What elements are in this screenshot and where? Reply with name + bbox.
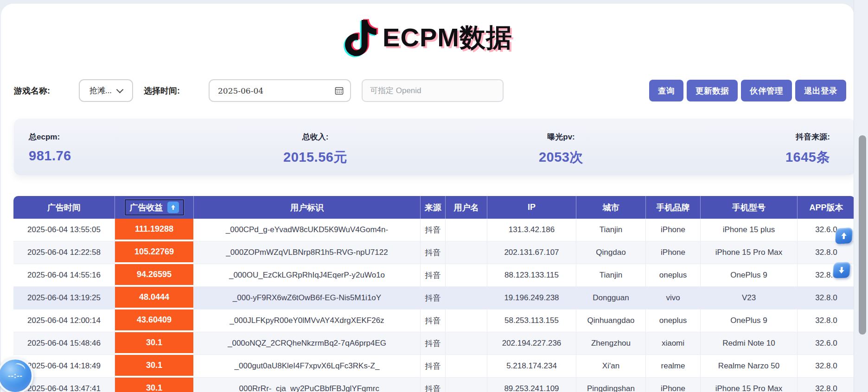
table-header-2: 用户标识 (194, 196, 421, 219)
table-cell: Dongguan (576, 287, 646, 309)
table-cell: _000gut0aU8KleI4F7xpvX6LqFc3RKs-Z_ (194, 355, 421, 377)
stat-label: 抖音来源: (785, 132, 830, 142)
table-cell: 抖音 (421, 332, 446, 354)
table-cell: 19.196.249.238 (487, 287, 576, 309)
game-name-label: 游戏名称: (14, 80, 50, 102)
table-cell: 2025-06-04 13:55:05 (13, 219, 115, 241)
table-row[interactable]: 2025-06-04 13:55:05111.19288_000CPd_g-eY… (13, 219, 855, 241)
table-cell: 32.8.0 (798, 355, 855, 377)
openid-input[interactable] (362, 79, 504, 102)
table-header-0: 广告时间 (13, 196, 115, 219)
partner-manage-button[interactable]: 伙伴管理 (741, 80, 792, 101)
ecpm-table: 广告时间广告收益用户标识来源用户名IP城市手机品牌手机型号APP版本 2025-… (13, 196, 855, 392)
scrollbar-track[interactable] (854, 0, 868, 392)
table-row[interactable]: 2025-06-04 14:18:4930.1_000gut0aU8KleI4F… (13, 355, 855, 378)
revenue-cell: 30.1 (115, 378, 194, 392)
stat-value: 2015.56元 (232, 148, 399, 167)
table-cell: 131.3.42.186 (487, 219, 576, 241)
floating-timer-widget[interactable]: --:-- (0, 358, 33, 392)
table-row[interactable]: 2025-06-04 13:47:4130.1_000RrRr-_cja_wy2… (13, 378, 855, 392)
date-picker-input[interactable]: 2025-06-04 (209, 79, 351, 102)
table-cell (446, 355, 487, 377)
stat-label: 曝光pv: (491, 132, 631, 142)
column-label: 广告收益 (130, 202, 163, 213)
logout-button[interactable]: 退出登录 (795, 80, 846, 101)
toolbar: 查询 更新数据 伙伴管理 退出登录 (649, 80, 846, 101)
table-cell (446, 264, 487, 286)
table-cell: 2025-06-04 15:48:46 (13, 332, 115, 354)
table-cell: iPhone 15 Pro Max (701, 378, 798, 392)
revenue-cell: 94.26595 (115, 264, 194, 286)
select-time-label: 选择时间: (144, 80, 180, 102)
table-cell (446, 378, 487, 392)
revenue-cell: 105.22769 (115, 241, 194, 264)
chevron-down-icon (116, 86, 124, 93)
table-cell: realme (646, 355, 701, 377)
sort-up-arrow-icon[interactable] (167, 202, 179, 213)
scroll-down-button[interactable] (833, 262, 850, 278)
table-cell: Realme Narzo 50 (701, 355, 798, 377)
table-cell: _000-yF9RX6wZ6tOwB6f-EG-Nis5M1i1oY (194, 287, 421, 309)
refresh-data-button[interactable]: 更新数据 (687, 80, 738, 101)
table-cell (446, 310, 487, 332)
table-cell: 抖音 (421, 310, 446, 332)
table-header-1[interactable]: 广告收益 (115, 196, 194, 219)
game-select[interactable]: 抢滩... (79, 79, 133, 102)
table-cell: iPhone (646, 378, 701, 392)
table-cell: 32.8.0 (798, 378, 855, 392)
table-row[interactable]: 2025-06-04 14:55:1694.26595_000OU_EzCkLG… (13, 264, 855, 287)
table-cell: _000JLFKpyR00eY0lMVvAY4XdrgXEKF26z (194, 310, 421, 332)
stat-value: 981.76 (29, 148, 71, 164)
table-header-5: IP (487, 196, 576, 219)
timer-text: --:-- (8, 372, 23, 380)
calendar-icon (335, 86, 344, 95)
query-button[interactable]: 查询 (649, 80, 683, 101)
table-cell: 2025-06-04 13:19:25 (13, 287, 115, 309)
table-cell: Tianjin (576, 264, 646, 286)
table-header-8: 手机型号 (701, 196, 798, 219)
table-cell: xiaomi (646, 332, 701, 354)
stat-value: 2053次 (491, 148, 631, 167)
table-cell: OnePlus 9 (701, 264, 798, 286)
scrollbar-thumb[interactable] (859, 135, 866, 335)
table-cell: 58.253.113.155 (487, 310, 576, 332)
table-row[interactable]: 2025-06-04 15:48:4630.1_000oNQZ_2CRQheNk… (13, 332, 855, 355)
table-cell: 89.253.241.109 (487, 378, 576, 392)
table-cell: Redmi Note 10 (701, 332, 798, 354)
table-row[interactable]: 2025-06-04 12:00:1443.60409_000JLFKpyR00… (13, 310, 855, 332)
table-cell: 202.131.67.107 (487, 241, 576, 264)
table-cell: oneplus (646, 310, 701, 332)
revenue-cell: 43.60409 (115, 310, 194, 332)
table-cell: 2025-06-04 12:22:58 (13, 241, 115, 264)
table-cell: Xi'an (576, 355, 646, 377)
table-cell: 32.6.0 (798, 332, 855, 354)
table-cell (446, 241, 487, 264)
stat-total-income: 总收入: 2015.56元 (232, 132, 399, 167)
tiktok-note-icon (343, 17, 379, 59)
table-header-row: 广告时间广告收益用户标识来源用户名IP城市手机品牌手机型号APP版本 (13, 196, 855, 219)
table-header-4: 用户名 (446, 196, 487, 219)
stat-value: 1645条 (785, 148, 830, 167)
sort-revenue-control[interactable]: 广告收益 (125, 199, 184, 215)
scroll-up-button[interactable] (835, 228, 853, 244)
table-cell: _000ZOPmWZqVLBNrp8R1h5-RVG-npU7122 (194, 241, 421, 264)
stats-bar: 总ecpm: 981.76 总收入: 2015.56元 曝光pv: 2053次 … (14, 119, 855, 175)
revenue-cell: 48.0444 (115, 287, 194, 309)
table-cell: Pingdingshan (576, 378, 646, 392)
table-cell: oneplus (646, 264, 701, 286)
table-cell: 抖音 (421, 264, 446, 286)
table-header-6: 城市 (576, 196, 646, 219)
table-cell: _000CPd_g-eYvadW8cUKD5K9WuV4Gom4n- (194, 219, 421, 241)
table-cell: V23 (701, 287, 798, 309)
game-select-value: 抢滩... (89, 85, 112, 96)
revenue-cell: 30.1 (115, 355, 194, 377)
table-header-7: 手机品牌 (646, 196, 701, 219)
stat-douyin-source: 抖音来源: 1645条 (785, 132, 830, 167)
table-header-9: APP版本 (798, 196, 855, 219)
up-arrow-icon (839, 231, 849, 240)
table-row[interactable]: 2025-06-04 12:22:58105.22769_000ZOPmWZqV… (13, 241, 855, 264)
table-cell: 抖音 (421, 219, 446, 241)
table-cell: _000RrRr-_cja_wy2PuCBbfFBJglYFqmrc (194, 378, 421, 392)
table-row[interactable]: 2025-06-04 13:19:2548.0444_000-yF9RX6wZ6… (13, 287, 855, 310)
date-value: 2025-06-04 (218, 86, 335, 95)
